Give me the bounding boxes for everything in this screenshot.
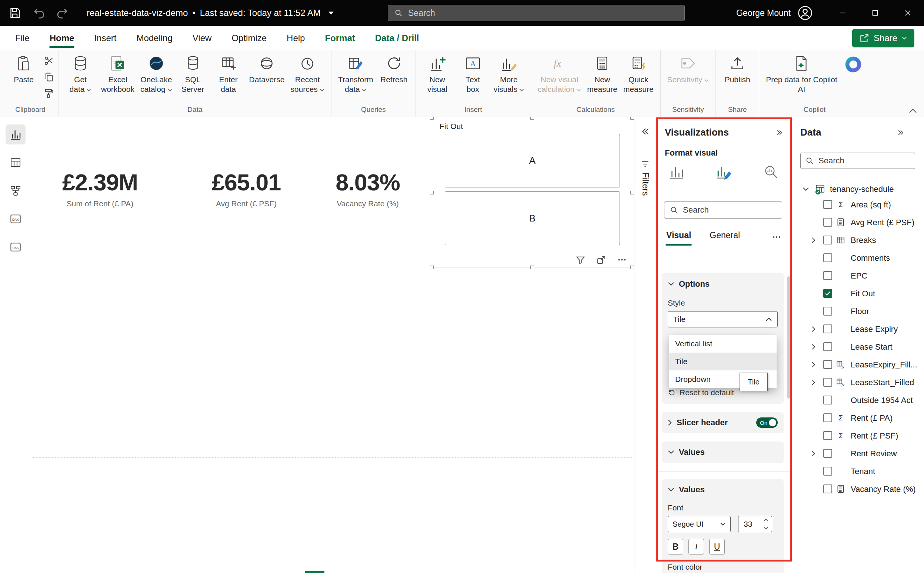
expand-icon[interactable] bbox=[811, 326, 816, 332]
a-slicer-tile[interactable]: A bbox=[445, 134, 620, 188]
quick-measure-button[interactable]: Quick measure bbox=[621, 54, 656, 95]
underline-button[interactable]: U bbox=[709, 539, 725, 554]
vertical-list-dropdown-item[interactable]: Vertical list bbox=[669, 335, 777, 352]
table-view-button[interactable] bbox=[6, 153, 25, 172]
publish-button[interactable]: Publish bbox=[720, 54, 754, 85]
new-measure-button[interactable]: New measure bbox=[585, 54, 619, 95]
field-checkbox[interactable] bbox=[823, 467, 832, 476]
sql-server-button[interactable]: SQL Server bbox=[176, 54, 210, 95]
expand-icon[interactable] bbox=[811, 379, 816, 385]
slicer-header-card[interactable]: Slicer header On bbox=[662, 412, 784, 434]
field-checkbox[interactable] bbox=[823, 218, 832, 227]
field-checkbox[interactable] bbox=[823, 360, 832, 369]
resize-handle[interactable] bbox=[630, 266, 634, 269]
new-visual-calculation-button[interactable]: fx New visual calculation bbox=[536, 54, 583, 95]
cut-icon[interactable] bbox=[44, 56, 54, 66]
transform-data-button[interactable]: Transform data bbox=[336, 54, 375, 95]
more-options-icon[interactable] bbox=[772, 232, 782, 242]
italic-button[interactable]: I bbox=[688, 539, 704, 554]
report-canvas[interactable]: £2.39M Sum of Rent (£ PA) £65.01 Avg Ren… bbox=[31, 117, 634, 573]
copilot-button[interactable] bbox=[841, 54, 866, 78]
field-checkbox[interactable] bbox=[823, 413, 832, 422]
spinner-up-icon[interactable] bbox=[763, 518, 768, 522]
format-painter-icon[interactable] bbox=[44, 88, 54, 99]
sensitivity-button[interactable]: Sensitivity bbox=[665, 54, 711, 85]
scrollbar[interactable] bbox=[787, 276, 790, 399]
leasestart-filled-field[interactable]: fx LeaseStart_Filled bbox=[792, 373, 924, 391]
data-drill-tab[interactable]: Data / Drill bbox=[365, 26, 429, 50]
rent-psf-field[interactable]: Σ Rent (£ PSF) bbox=[792, 427, 924, 445]
field-checkbox[interactable] bbox=[823, 324, 832, 333]
build-visual-mode-button[interactable] bbox=[666, 161, 687, 182]
field-checkbox[interactable] bbox=[823, 307, 832, 316]
format-search-input[interactable]: Search bbox=[664, 202, 782, 219]
breaks-field[interactable]: Breaks bbox=[792, 231, 924, 249]
expand-filters-icon[interactable] bbox=[640, 127, 650, 136]
epc-field[interactable]: EPC bbox=[792, 267, 924, 285]
kpi-card[interactable]: £65.01 Avg Rent (£ PSF) bbox=[183, 169, 309, 208]
text-box-button[interactable]: A Text box bbox=[456, 54, 490, 95]
comments-field[interactable]: Comments bbox=[792, 249, 924, 267]
save-icon[interactable] bbox=[8, 6, 22, 20]
field-checkbox[interactable] bbox=[823, 431, 832, 440]
enter-data-button[interactable]: Enter data bbox=[211, 54, 245, 95]
file-tab[interactable]: File bbox=[5, 26, 40, 50]
dax-query-view-button[interactable]: DAX bbox=[6, 209, 25, 229]
tile-dropdown-item[interactable]: Tile bbox=[669, 352, 777, 370]
resize-handle[interactable] bbox=[430, 266, 434, 269]
expand-icon[interactable] bbox=[811, 362, 816, 368]
style-select[interactable]: Tile bbox=[668, 311, 778, 327]
tenant-field[interactable]: Tenant bbox=[792, 462, 924, 480]
format-tab[interactable]: Format bbox=[315, 26, 365, 50]
vacancy-rate-field[interactable]: Vacancy Rate (%) bbox=[792, 480, 924, 498]
global-search-input[interactable]: Search bbox=[388, 5, 685, 21]
lease-expiry-field[interactable]: Lease Expiry bbox=[792, 320, 924, 338]
onelake-catalog-button[interactable]: OneLake catalog bbox=[138, 54, 174, 95]
model-view-button[interactable] bbox=[6, 181, 25, 201]
prep-data-for-copilot-ai-button[interactable]: Prep data for Copilot AI bbox=[764, 54, 840, 95]
home-tab[interactable]: Home bbox=[40, 26, 84, 50]
resize-handle[interactable] bbox=[530, 266, 534, 269]
lease-start-field[interactable]: Lease Start bbox=[792, 338, 924, 355]
new-visual-button[interactable]: New visual bbox=[421, 54, 454, 95]
optimize-tab[interactable]: Optimize bbox=[222, 26, 277, 50]
expand-icon[interactable] bbox=[811, 237, 816, 243]
maximize-button[interactable] bbox=[859, 0, 891, 26]
b-slicer-tile[interactable]: B bbox=[445, 191, 620, 245]
avg-rent-psf-field[interactable]: Avg Rent (£ PSF) bbox=[792, 213, 924, 231]
redo-button[interactable] bbox=[56, 6, 69, 20]
font-size-stepper[interactable] bbox=[763, 518, 770, 530]
avatar[interactable] bbox=[797, 5, 813, 21]
field-checkbox[interactable] bbox=[823, 200, 832, 209]
expand-icon[interactable] bbox=[811, 344, 816, 350]
values-card-header[interactable]: Values bbox=[668, 485, 778, 495]
spinner-down-icon[interactable] bbox=[763, 526, 768, 530]
excel-workbook-button[interactable]: Excel workbook bbox=[99, 54, 137, 95]
outside-1954-act-field[interactable]: Outside 1954 Act bbox=[792, 391, 924, 409]
report-view-button[interactable] bbox=[6, 124, 25, 144]
visual-format-tab[interactable]: Visual bbox=[666, 230, 691, 246]
account-area[interactable]: George Mount bbox=[736, 0, 813, 26]
bold-button[interactable]: B bbox=[668, 539, 683, 554]
chevron-down-icon[interactable] bbox=[802, 187, 809, 191]
minimize-button[interactable] bbox=[826, 0, 859, 26]
collapse-pane-icon[interactable] bbox=[775, 129, 784, 136]
collapse-pane-icon[interactable] bbox=[897, 129, 905, 136]
title-caret-icon[interactable] bbox=[328, 11, 334, 15]
field-checkbox[interactable] bbox=[823, 271, 832, 280]
share-button[interactable]: Share bbox=[852, 29, 915, 47]
font-size-input[interactable]: 33 bbox=[738, 516, 772, 532]
view-tab[interactable]: View bbox=[183, 26, 222, 50]
field-checkbox[interactable] bbox=[823, 484, 832, 493]
field-checkbox[interactable] bbox=[823, 236, 832, 244]
values-section-header[interactable]: Values bbox=[662, 441, 784, 463]
refresh-button[interactable]: Refresh bbox=[377, 54, 411, 85]
document-title[interactable]: real-estate-data-viz-demo • Last saved: … bbox=[87, 0, 334, 26]
dataverse-button[interactable]: Dataverse bbox=[247, 54, 287, 85]
resize-handle[interactable] bbox=[430, 191, 434, 194]
copy-icon[interactable] bbox=[44, 72, 54, 82]
resize-handle[interactable] bbox=[630, 191, 634, 194]
collapse-ribbon-button[interactable] bbox=[908, 108, 917, 114]
field-checkbox[interactable] bbox=[823, 342, 832, 351]
tmdl-view-button[interactable]: TMDL bbox=[6, 237, 25, 257]
